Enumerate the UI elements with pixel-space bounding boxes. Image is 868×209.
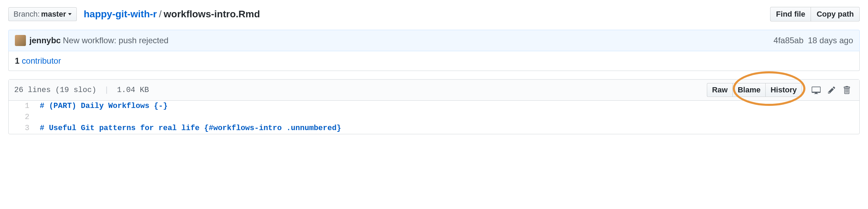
chevron-down-icon: [68, 13, 72, 15]
breadcrumb: happy-git-with-r / workflows-intro.Rmd: [84, 9, 260, 20]
desktop-icon[interactable]: [808, 84, 824, 96]
file-size: 1.04 KB: [117, 86, 149, 94]
line-count: 26 lines (19 sloc): [14, 86, 96, 94]
code-content: [36, 112, 40, 123]
repo-link[interactable]: happy-git-with-r: [84, 9, 157, 20]
code-content: # Useful Git patterns for real life {#wo…: [36, 123, 341, 134]
breadcrumb-separator: /: [159, 9, 162, 20]
raw-button[interactable]: Raw: [707, 83, 733, 97]
avatar[interactable]: [15, 35, 26, 46]
file-info: 26 lines (19 sloc) | 1.04 KB: [14, 86, 149, 94]
commit-time: 18 days ago: [808, 36, 853, 45]
file-box: 26 lines (19 sloc) | 1.04 KB Raw Blame H…: [8, 79, 860, 134]
commit-bar: jennybc New workflow: push rejected 4fa8…: [8, 30, 860, 51]
file-header: 26 lines (19 sloc) | 1.04 KB Raw Blame H…: [9, 80, 859, 101]
trash-icon[interactable]: [839, 84, 854, 96]
history-button[interactable]: History: [766, 83, 802, 97]
code-line: 3 # Useful Git patterns for real life {#…: [9, 123, 859, 134]
branch-name: master: [41, 10, 66, 19]
find-file-button[interactable]: Find file: [770, 7, 811, 21]
line-number[interactable]: 1: [9, 101, 36, 112]
contributor-count: 1: [15, 56, 19, 65]
line-number[interactable]: 2: [9, 112, 36, 123]
code-body: 1 # (PART) Daily Workflows {-} 2 3 # Use…: [9, 101, 859, 134]
code-content: # (PART) Daily Workflows {-}: [36, 101, 168, 112]
code-line: 2: [9, 112, 859, 123]
contributors-row: 1 contributor: [8, 51, 860, 71]
pencil-icon[interactable]: [824, 84, 839, 96]
copy-path-button[interactable]: Copy path: [811, 7, 860, 21]
branch-label: Branch:: [13, 10, 40, 19]
file-name: workflows-intro.Rmd: [164, 9, 260, 20]
contributor-link[interactable]: contributor: [22, 56, 61, 65]
code-line: 1 # (PART) Daily Workflows {-}: [9, 101, 859, 112]
commit-author[interactable]: jennybc: [29, 36, 61, 45]
branch-selector[interactable]: Branch: master: [8, 7, 77, 21]
commit-sha[interactable]: 4fa85ab: [774, 36, 804, 45]
line-number[interactable]: 3: [9, 123, 36, 134]
commit-message[interactable]: New workflow: push rejected: [63, 36, 168, 45]
blame-button[interactable]: Blame: [733, 83, 766, 97]
